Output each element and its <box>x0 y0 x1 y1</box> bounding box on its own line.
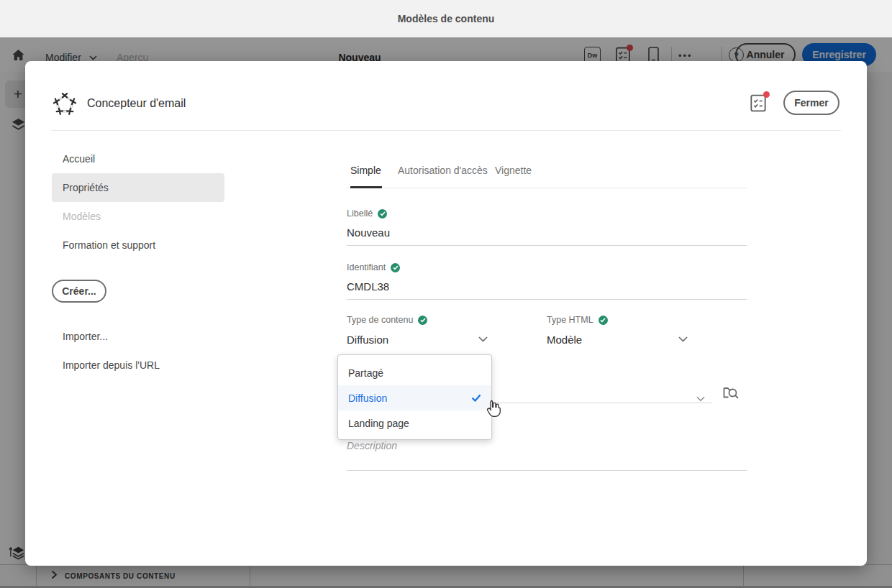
sidebar-item-label: Accueil <box>63 153 95 165</box>
chevron-down-icon <box>478 336 488 342</box>
field-label: Type HTML <box>547 315 593 325</box>
sidebar-item-label: Formation et support <box>63 239 155 251</box>
active-tab-underline <box>350 186 382 188</box>
dialog-title: Concepteur d'email <box>87 97 186 110</box>
app-header: Modèles de contenu <box>0 0 892 37</box>
description-field <box>347 438 747 471</box>
tab-autorisation[interactable]: Autorisation d'accès <box>398 165 488 176</box>
tab-simple[interactable]: Simple <box>350 165 381 176</box>
libelle-field: Libellé <box>347 208 747 246</box>
header-divider <box>51 130 841 131</box>
field-label: Identifiant <box>347 262 386 272</box>
importer-link[interactable]: Importer... <box>63 331 108 342</box>
sidebar-item-modeles: Modèles <box>52 202 224 231</box>
field-label: Type de contenu <box>347 315 413 325</box>
notification-dot <box>763 91 770 98</box>
identifiant-label-row: Identifiant <box>347 262 747 273</box>
dropdown-option-partage[interactable]: Partagé <box>338 360 491 385</box>
mouse-cursor <box>486 399 501 421</box>
type-html-label-row: Type HTML <box>547 314 688 326</box>
identifiant-input[interactable] <box>347 277 747 295</box>
chevron-down-icon <box>678 336 688 342</box>
creer-button[interactable]: Créer... <box>52 280 106 303</box>
identifiant-field: Identifiant <box>347 262 747 300</box>
field-label: Libellé <box>347 208 373 219</box>
tab-vignette[interactable]: Vignette <box>495 165 532 176</box>
importer-url-link[interactable]: Importer depuis l'URL <box>63 359 160 371</box>
chevron-down-icon[interactable] <box>696 392 705 405</box>
folder-search-icon[interactable] <box>722 384 739 404</box>
sidebar-item-formation[interactable]: Formation et support <box>52 231 224 259</box>
sidebar-item-label: Propriétés <box>63 182 109 193</box>
email-designer-dialog: Concepteur d'email Fermer Accueil Propri… <box>25 61 867 566</box>
select-value: Modèle <box>547 334 582 346</box>
type-contenu-field: Type de contenu Diffusion <box>347 314 488 347</box>
valid-check-icon <box>418 316 427 325</box>
dropdown-option-landing-page[interactable]: Landing page <box>338 410 491 436</box>
option-label: Partagé <box>348 367 383 379</box>
type-contenu-select[interactable]: Diffusion <box>347 331 488 347</box>
dropdown-option-diffusion[interactable]: Diffusion <box>338 385 491 410</box>
sidebar-item-proprietes[interactable]: Propriétés <box>52 173 224 202</box>
email-designer-logo <box>52 91 78 120</box>
check-icon <box>471 394 481 402</box>
libelle-label-row: Libellé <box>347 208 747 219</box>
libelle-input[interactable] <box>347 224 747 241</box>
properties-tabs: Simple Autorisation d'accès Vignette <box>347 162 747 188</box>
sidebar-item-label: Modèles <box>63 211 101 222</box>
type-contenu-label-row: Type de contenu <box>347 314 488 326</box>
valid-check-icon <box>391 263 400 272</box>
option-label: Landing page <box>348 418 409 429</box>
sidebar-item-accueil[interactable]: Accueil <box>52 144 224 173</box>
option-label: Diffusion <box>348 392 387 404</box>
checklist-icon[interactable] <box>750 94 767 112</box>
page-title: Modèles de contenu <box>398 13 495 24</box>
type-contenu-dropdown: Partagé Diffusion Landing page <box>337 354 492 440</box>
valid-check-icon <box>599 316 608 325</box>
select-value: Diffusion <box>347 334 388 346</box>
valid-check-icon <box>378 209 387 219</box>
type-html-field: Type HTML Modèle <box>547 314 688 347</box>
type-html-select[interactable]: Modèle <box>547 331 688 347</box>
description-input[interactable] <box>347 438 747 454</box>
fermer-button[interactable]: Fermer <box>783 91 839 115</box>
